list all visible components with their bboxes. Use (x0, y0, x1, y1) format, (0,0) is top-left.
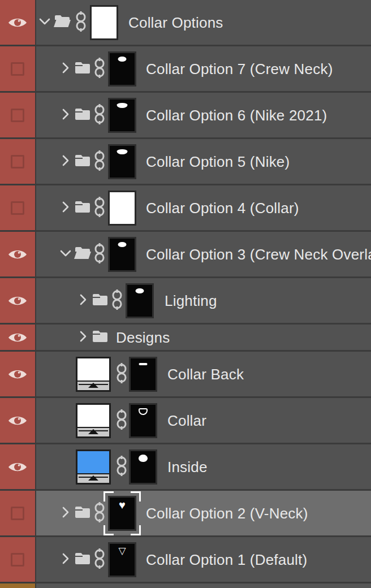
expand-collapse-button[interactable] (58, 551, 73, 568)
visibility-toggle[interactable] (0, 352, 36, 396)
layer-row-collar-option-7-crew-neck[interactable]: Collar Option 7 (Crew Neck) (0, 46, 371, 93)
link-icon[interactable] (93, 150, 106, 171)
expand-collapse-button[interactable] (58, 153, 73, 170)
layer-row-lighting[interactable]: Lighting (0, 278, 371, 325)
layer-row-collar[interactable]: Collar (0, 398, 371, 444)
layer-label[interactable]: Collar Option 5 (Nike) (146, 153, 290, 170)
layer-row-inside[interactable]: Inside (0, 444, 371, 491)
link-icon[interactable] (75, 11, 87, 32)
mask-thumbnail[interactable] (108, 144, 136, 179)
layer-row-content[interactable]: Lighting (36, 278, 371, 323)
link-icon[interactable] (93, 58, 106, 78)
mask-thumbnail[interactable] (129, 357, 157, 392)
mask-link-toggle[interactable] (75, 11, 87, 34)
link-icon[interactable] (93, 197, 106, 217)
layer-label[interactable]: Collar (167, 412, 206, 429)
link-icon[interactable] (115, 363, 128, 383)
link-icon[interactable] (93, 548, 106, 569)
mask-link-toggle[interactable] (115, 409, 128, 432)
link-icon[interactable] (115, 456, 128, 476)
mask-link-toggle[interactable] (93, 502, 106, 525)
layer-row-content[interactable]: Collar (36, 398, 371, 443)
layer-label[interactable]: Collar Option 7 (Crew Neck) (146, 60, 333, 77)
visibility-toggle[interactable] (0, 583, 36, 588)
layer-label[interactable]: Inside (167, 458, 208, 475)
visibility-eye-button[interactable] (7, 16, 28, 29)
link-icon[interactable] (111, 289, 123, 310)
layer-row-content[interactable]: Inside (36, 444, 371, 489)
mask-link-toggle[interactable] (93, 548, 106, 571)
fill-layer-thumbnail[interactable] (76, 449, 111, 485)
expand-collapse-button[interactable] (37, 14, 52, 31)
visibility-eye-button[interactable] (7, 331, 28, 344)
layer-row-collar-back[interactable]: Collar Back (0, 352, 371, 398)
mask-thumbnail[interactable] (129, 449, 157, 485)
layer-label[interactable]: Collar Back (167, 365, 244, 383)
layer-row-content[interactable]: ▽Collar Option 1 (Default) (36, 537, 371, 582)
layer-row-content[interactable]: Collar Option 4 (Collar) (36, 185, 371, 230)
layer-row-content[interactable]: ♥Collar Option 2 (V-Neck) (36, 491, 371, 535)
layer-row-collar-option-3-crew-neck-overlap[interactable]: Collar Option 3 (Crew Neck Overlap) (0, 232, 371, 278)
visibility-toggle[interactable] (0, 232, 36, 276)
layer-row-content[interactable]: Collar Option 3 (Crew Neck Overlap) (36, 232, 371, 276)
layer-row-content[interactable]: Collar Back (36, 352, 371, 396)
visibility-checkbox[interactable] (11, 62, 24, 76)
expand-collapse-button[interactable] (58, 107, 73, 124)
expand-collapse-button[interactable] (76, 292, 90, 309)
expand-collapse-button[interactable] (58, 505, 73, 522)
layer-row-collar-option-1-default[interactable]: ▽Collar Option 1 (Default) (0, 537, 371, 583)
layer-row-content[interactable]: Collar Options (36, 0, 371, 45)
visibility-eye-button[interactable] (7, 294, 28, 308)
layer-label[interactable]: Designs (116, 328, 170, 346)
visibility-checkbox[interactable] (11, 155, 24, 168)
mask-thumbnail[interactable] (108, 237, 136, 272)
visibility-toggle[interactable] (0, 537, 36, 582)
layer-row-partial[interactable] (0, 583, 371, 588)
visibility-toggle[interactable] (0, 139, 36, 184)
visibility-toggle[interactable] (0, 325, 36, 350)
link-icon[interactable] (93, 502, 106, 522)
visibility-checkbox[interactable] (11, 553, 24, 567)
visibility-toggle[interactable] (0, 444, 36, 489)
visibility-eye-button[interactable] (7, 248, 28, 261)
link-icon[interactable] (115, 409, 128, 430)
visibility-toggle[interactable] (0, 0, 36, 45)
expand-collapse-button[interactable] (58, 60, 73, 77)
expand-collapse-button[interactable] (58, 200, 73, 217)
layer-row-content[interactable] (36, 583, 371, 588)
layer-row-content[interactable]: Collar Option 6 (Nike 2021) (36, 93, 371, 137)
expand-collapse-button[interactable] (58, 246, 73, 263)
layer-label[interactable]: Collar Option 1 (Default) (146, 551, 307, 568)
visibility-eye-button[interactable] (7, 460, 28, 474)
visibility-toggle[interactable] (0, 491, 36, 535)
layer-label[interactable]: Lighting (165, 292, 217, 309)
visibility-toggle[interactable] (0, 278, 36, 323)
visibility-checkbox[interactable] (11, 507, 24, 520)
mask-thumbnail[interactable] (108, 51, 136, 87)
layer-row-content[interactable]: Collar Option 7 (Crew Neck) (36, 46, 371, 91)
mask-link-toggle[interactable] (93, 104, 106, 127)
visibility-toggle[interactable] (0, 398, 36, 443)
visibility-eye-button[interactable] (7, 414, 28, 427)
visibility-toggle[interactable] (0, 93, 36, 137)
layer-row-collar-options[interactable]: Collar Options (0, 0, 371, 46)
mask-thumbnail[interactable] (126, 283, 154, 318)
visibility-checkbox[interactable] (11, 201, 24, 215)
layer-row-content[interactable]: Collar Option 5 (Nike) (36, 139, 371, 184)
mask-thumbnail[interactable] (108, 98, 136, 133)
layer-label[interactable]: Collar Option 3 (Crew Neck Overlap) (146, 245, 371, 263)
fill-layer-thumbnail[interactable] (76, 403, 111, 438)
link-icon[interactable] (93, 104, 106, 124)
mask-link-toggle[interactable] (93, 150, 106, 173)
mask-link-toggle[interactable] (115, 456, 128, 478)
visibility-eye-button[interactable] (7, 368, 28, 381)
layer-label[interactable]: Collar Options (128, 14, 223, 31)
layer-label[interactable]: Collar Option 6 (Nike 2021) (146, 106, 327, 124)
mask-thumbnail[interactable] (129, 403, 157, 438)
layer-row-designs[interactable]: Designs (0, 325, 371, 352)
expand-collapse-button[interactable] (76, 329, 90, 346)
layer-row-content[interactable]: Designs (36, 325, 371, 350)
mask-link-toggle[interactable] (111, 289, 123, 312)
fill-layer-thumbnail[interactable] (76, 357, 111, 392)
visibility-checkbox[interactable] (11, 109, 24, 122)
